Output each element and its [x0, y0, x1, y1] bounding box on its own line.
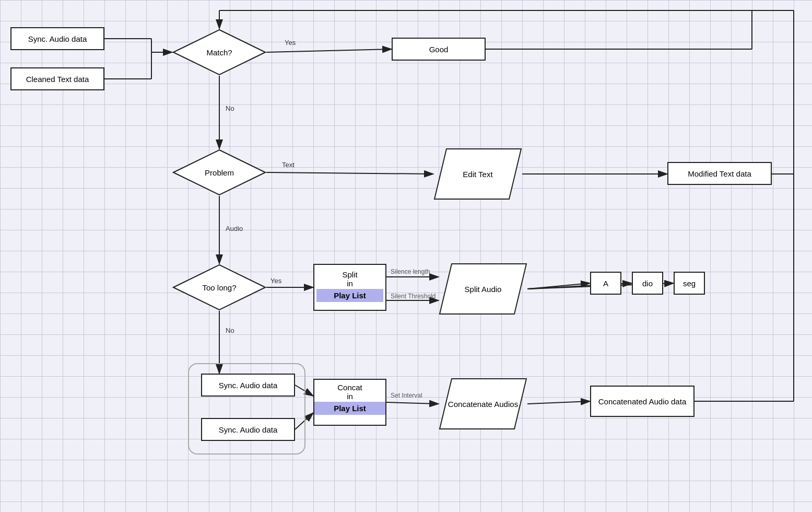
edit-text-shape: Edit Text [433, 148, 522, 200]
svg-line-26 [386, 402, 439, 404]
modified-text-label: Modified Text data [688, 169, 751, 178]
edit-text-label: Edit Text [433, 148, 522, 200]
problem-diamond: Problem [172, 149, 266, 196]
no-toolong-label: No [226, 327, 234, 334]
yes-toolong-label: Yes [270, 277, 281, 285]
too-long-label: Too long? [172, 264, 266, 311]
svg-line-27 [527, 401, 590, 404]
concatenated-audio-box: Concatenated Audio data [590, 386, 695, 417]
good-box: Good [392, 38, 486, 61]
too-long-diamond: Too long? [172, 264, 266, 311]
concat-audios-label: Concatenate Audios [439, 378, 527, 430]
sync-audio-3-box: Sync. Audio data [201, 418, 295, 441]
concatenated-audio-label: Concatenated Audio data [598, 397, 686, 406]
yes-top-label: Yes [285, 39, 296, 46]
split-playlist-box: Split in Play List [313, 264, 386, 311]
seg-seg-box: seg [674, 272, 705, 295]
svg-line-11 [266, 172, 433, 174]
split-playlist-label: Play List [316, 289, 383, 302]
split-audio-label: Split Audio [439, 263, 527, 315]
split-audio-shape: Split Audio [439, 263, 527, 315]
arrows-svg [0, 0, 812, 512]
problem-label: Problem [172, 149, 266, 196]
concat-playlist-label: Play List [314, 402, 385, 415]
concat-in-text: in [347, 392, 353, 401]
good-label: Good [429, 45, 449, 54]
cleaned-text-box: Cleaned Text data [10, 67, 104, 90]
svg-line-20 [527, 283, 590, 289]
flowchart-canvas: Sync. Audio data Cleaned Text data Match… [0, 0, 812, 512]
match-label: Match? [172, 29, 266, 76]
silence-length-label: Silence length [391, 268, 430, 275]
modified-text-box: Modified Text data [667, 162, 772, 185]
sync-audio-1-box: Sync. Audio data [10, 27, 104, 50]
sync-audio-3-label: Sync. Audio data [219, 425, 278, 434]
seg-a-box: A [590, 272, 621, 295]
text-arrow-label: Text [282, 161, 295, 169]
split-in-text: in [347, 279, 353, 288]
silent-threshold-label: Silent Threshold [391, 293, 436, 300]
split-text: Split [342, 267, 357, 279]
sync-audio-2-label: Sync. Audio data [219, 381, 278, 390]
set-interval-label: Set Interval [391, 392, 422, 399]
match-diamond: Match? [172, 29, 266, 76]
concat-text: Concat [337, 380, 362, 392]
no-problem-label: No [226, 104, 234, 112]
concat-playlist-box: Concat in Play List [313, 379, 386, 426]
svg-line-5 [266, 49, 392, 52]
sync-audio-1-label: Sync. Audio data [28, 34, 87, 43]
seg-dio-box: dio [632, 272, 663, 295]
sync-audio-2-box: Sync. Audio data [201, 374, 295, 397]
audio-arrow-label: Audio [226, 225, 243, 232]
cleaned-text-label: Cleaned Text data [26, 75, 89, 84]
concat-audios-shape: Concatenate Audios [439, 378, 527, 430]
